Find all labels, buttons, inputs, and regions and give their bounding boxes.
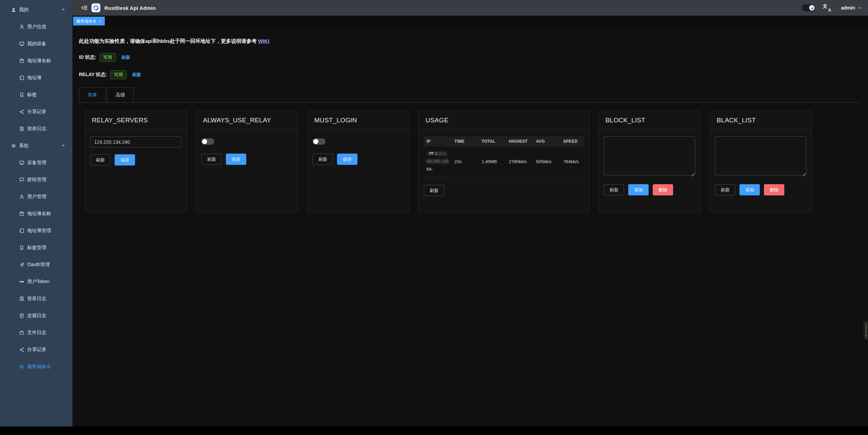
- relay-servers-input[interactable]: [90, 136, 182, 147]
- sidebar-item-label: 连接日志: [27, 313, 46, 319]
- sidebar-item-label: 地址簿名称: [27, 58, 51, 64]
- sidebar-item-label: 登录日志: [27, 296, 46, 302]
- bookmark-icon: [19, 245, 24, 250]
- id-refresh-link[interactable]: 刷新: [121, 54, 130, 60]
- sidebar-item[interactable]: 服务端命令: [0, 358, 72, 375]
- folder-icon: [19, 330, 24, 335]
- edge-widget-stripe: [865, 326, 867, 327]
- sidebar-item[interactable]: 地址簿管理: [0, 222, 72, 239]
- masked-ip-part: 58.246.135: [427, 159, 449, 164]
- usage-column-header: AVG: [533, 136, 561, 146]
- refresh-button[interactable]: 刷新: [604, 184, 624, 195]
- top-header: RustDesk Api Admin 文 A admin: [72, 0, 868, 16]
- sidebar-section[interactable]: 系统: [0, 137, 72, 154]
- refresh-button[interactable]: 刷新: [313, 154, 333, 165]
- experimental-notice: 此处功能为实验性质，请确保api和hbbs处于同一回环地址下，更多说明请参考 W…: [79, 38, 861, 45]
- usage-ip-cell: ::ffff:123.4. 58.246.135 64:: [424, 146, 452, 177]
- sidebar-item[interactable]: 分享记录: [0, 103, 72, 120]
- refresh-button[interactable]: 刷新: [201, 154, 222, 165]
- sidebar-fold-icon[interactable]: [81, 4, 88, 11]
- page-tab-server-command[interactable]: 服务端命令 ×: [73, 17, 105, 25]
- add-button[interactable]: 添加: [739, 184, 760, 195]
- sidebar-item[interactable]: 用户信息: [0, 18, 72, 35]
- sidebar-item[interactable]: 群组管理: [0, 171, 72, 188]
- edge-widget[interactable]: [864, 321, 868, 340]
- sidebar-section[interactable]: 我的: [0, 1, 72, 18]
- link-icon: [19, 262, 24, 267]
- sidebar-item-label: 标签: [27, 92, 37, 98]
- sidebar-item[interactable]: 地址簿: [0, 69, 72, 86]
- save-button[interactable]: 保存: [115, 154, 135, 166]
- sidebar-item[interactable]: 地址簿名称: [0, 205, 72, 222]
- gear-icon: [19, 364, 24, 369]
- edge-widget-stripe: [865, 332, 867, 333]
- app-title: RustDesk Api Admin: [104, 5, 156, 11]
- page-tab-label: 服务端命令: [76, 18, 97, 24]
- sidebar-item[interactable]: Oauth管理: [0, 256, 72, 273]
- save-button[interactable]: 保存: [337, 154, 357, 165]
- gear-icon: [11, 143, 16, 149]
- user-outline-icon: [19, 24, 24, 30]
- tab-advanced[interactable]: 高级: [107, 87, 134, 102]
- sidebar-item[interactable]: 登录日志: [0, 120, 72, 137]
- monitor-icon: [19, 41, 24, 47]
- chat-icon: [19, 177, 24, 182]
- sidebar-item[interactable]: 标签: [0, 86, 72, 103]
- delete-button[interactable]: 删除: [764, 184, 784, 195]
- relay-refresh-link[interactable]: 刷新: [132, 72, 141, 78]
- save-button[interactable]: 保存: [226, 154, 246, 165]
- black-list-textarea[interactable]: [715, 136, 806, 175]
- sidebar-item-label: 设备管理: [27, 160, 46, 166]
- usage-column-header: IP: [424, 136, 452, 146]
- refresh-button[interactable]: 刷新: [715, 184, 735, 195]
- main-content: 此处功能为实验性质，请确保api和hbbs处于同一回环地址下，更多说明请参考 W…: [72, 27, 868, 427]
- must-login-switch[interactable]: [313, 138, 326, 145]
- close-icon[interactable]: ×: [99, 19, 102, 23]
- sidebar-item[interactable]: 用户Token: [0, 273, 72, 290]
- sidebar-item[interactable]: 文件日志: [0, 324, 72, 341]
- sidebar-item[interactable]: 连接日志: [0, 307, 72, 324]
- sidebar-item[interactable]: 地址簿名称: [0, 52, 72, 69]
- usage-speed: 764kb/s: [561, 146, 584, 177]
- edge-widget-stripe: [865, 337, 867, 338]
- card-block-list: BLOCK_LIST 刷新 添加 删除: [598, 110, 701, 212]
- chevron-up-icon: [61, 143, 66, 149]
- sidebar-item-label: 分享记录: [27, 347, 46, 353]
- sidebar-item[interactable]: 登录日志: [0, 290, 72, 307]
- sidebar-item[interactable]: 分享记录: [0, 341, 72, 358]
- always-use-relay-switch[interactable]: [201, 138, 214, 145]
- edge-widget-stripe: [865, 335, 867, 336]
- block-list-textarea[interactable]: [604, 136, 695, 175]
- relay-status-label: RELAY 状态:: [79, 72, 107, 78]
- wiki-link[interactable]: WIKI: [258, 38, 269, 44]
- usage-column-header: TIME: [452, 136, 479, 146]
- sidebar-item[interactable]: 标签管理: [0, 239, 72, 256]
- translate-icon[interactable]: 文 A: [823, 4, 831, 12]
- relay-status-row: RELAY 状态: 可用 刷新: [79, 70, 861, 79]
- add-button[interactable]: 添加: [628, 184, 649, 195]
- user-name: admin: [841, 5, 855, 11]
- cards-row: RELAY_SERVERS 刷新 保存 ALWAYS_USE_RELAY 刷新 …: [85, 110, 861, 212]
- tab-simple[interactable]: 简单: [79, 87, 106, 102]
- clipboard-icon: [19, 296, 24, 301]
- sidebar-item[interactable]: 设备管理: [0, 154, 72, 171]
- theme-toggle[interactable]: [802, 4, 815, 11]
- user-menu[interactable]: admin: [841, 5, 862, 11]
- moon-icon: [809, 5, 815, 11]
- usage-highest: 2780kb/s: [506, 146, 533, 177]
- sidebar-section-label: 系统: [19, 143, 29, 149]
- usage-table: IPTIMETOTALHIGHESTAVGSPEED ::ffff:123.4.…: [424, 136, 584, 177]
- token-icon: [19, 279, 24, 284]
- refresh-button[interactable]: 刷新: [424, 185, 444, 196]
- sidebar-item[interactable]: 我的设备: [0, 35, 72, 52]
- id-status-label: ID 状态:: [79, 54, 96, 60]
- id-status-row: ID 状态: 可用 刷新: [79, 53, 861, 62]
- delete-button[interactable]: 删除: [653, 184, 673, 195]
- sidebar-item-label: 服务端命令: [27, 364, 51, 370]
- usage-column-header: TOTAL: [479, 136, 506, 146]
- card-title: RELAY_SERVERS: [85, 111, 187, 130]
- refresh-button[interactable]: 刷新: [90, 154, 111, 166]
- edge-widget-stripe: [865, 329, 867, 330]
- sidebar-item[interactable]: 用户管理: [0, 188, 72, 205]
- sidebar-item-label: 地址簿管理: [27, 228, 51, 234]
